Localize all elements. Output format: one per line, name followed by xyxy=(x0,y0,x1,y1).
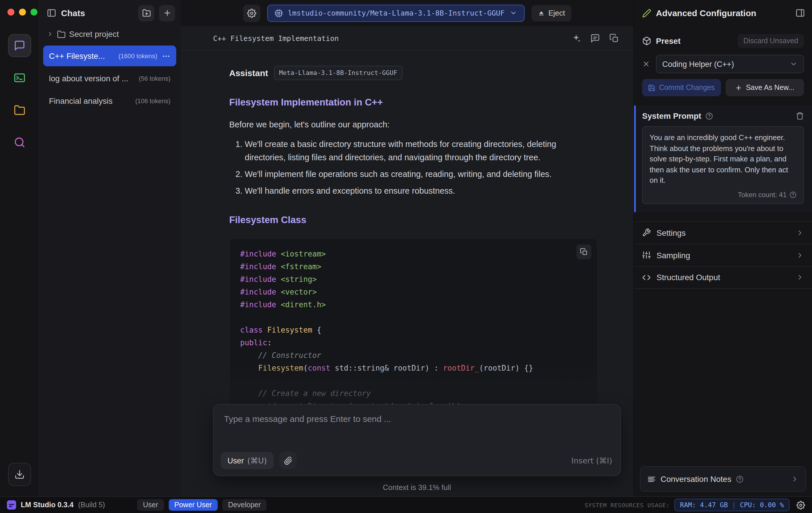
app-version: LM Studio 0.3.4 (Build 5) xyxy=(7,500,105,510)
eject-label: Eject xyxy=(548,9,565,17)
wand-button[interactable] xyxy=(571,33,581,43)
section-settings[interactable]: Settings xyxy=(634,221,812,244)
paperclip-icon xyxy=(284,456,293,465)
save-as-new-button[interactable]: Save As New... xyxy=(725,79,804,96)
minimize-window-button[interactable] xyxy=(19,9,26,16)
preset-section-header: Preset Discard Unsaved xyxy=(634,26,812,48)
preset-dropdown[interactable]: Coding Helper (C++) xyxy=(656,55,804,73)
duplicate-icon xyxy=(609,33,619,43)
close-window-button[interactable] xyxy=(7,9,14,16)
zoom-window-button[interactable] xyxy=(31,9,37,16)
assistant-message: Assistant Meta-Llama-3.1-8B-Instruct-GGU… xyxy=(229,66,598,422)
system-prompt-editor[interactable]: You are an incredibly good C++ engineer.… xyxy=(642,126,804,204)
pencil-icon xyxy=(642,8,651,18)
commit-changes-label: Commit Changes xyxy=(659,84,715,92)
message-heading-2: Filesystem Class xyxy=(229,213,598,227)
folder-icon xyxy=(57,30,66,38)
chat-notes-icon xyxy=(590,33,600,43)
chevron-down-icon xyxy=(789,60,798,68)
chat-token-count: (56 tokens) xyxy=(139,75,171,82)
attach-file-button[interactable] xyxy=(280,452,297,469)
section-structured-output[interactable]: Structured Output xyxy=(634,266,812,289)
help-icon xyxy=(736,475,744,483)
window-controls xyxy=(0,0,38,26)
message-list: We'll create a basic directory structure… xyxy=(229,138,598,198)
chat-title: log about version of ... xyxy=(49,74,128,83)
nav-my-models-button[interactable] xyxy=(8,99,31,122)
section-label: Structured Output xyxy=(657,273,790,282)
preset-select-row: Coding Helper (C++) xyxy=(634,48,812,73)
chat-notes-button[interactable] xyxy=(590,33,600,43)
wand-icon xyxy=(571,33,581,43)
model-badge: Meta-Llama-3.1-8B-Instruct-GGUF xyxy=(274,66,403,80)
message-list-item: We'll create a basic directory structure… xyxy=(245,138,598,164)
chevron-right-icon xyxy=(791,475,799,483)
message-list-item: We'll handle errors and exceptions to en… xyxy=(245,185,598,198)
eject-model-button[interactable]: Eject xyxy=(531,5,571,21)
clear-preset-button[interactable] xyxy=(642,60,650,68)
role-toggle-button[interactable]: User (⌘U) xyxy=(221,452,274,469)
app-window: Chats Secret project C++ Filesyste... ( xyxy=(0,0,812,513)
message-list-item: We'll implement file operations such as … xyxy=(245,168,598,181)
model-settings-button[interactable] xyxy=(243,4,260,22)
folder-secret-project[interactable]: Secret project xyxy=(38,26,181,42)
folder-label: Secret project xyxy=(69,29,119,38)
folder-icon xyxy=(13,104,25,116)
model-selector[interactable]: lmstudio-community/Meta-Llama-3.1-8B-Ins… xyxy=(267,4,525,22)
resources-usage-pill: RAM: 4.47 GB | CPU: 0.00 % xyxy=(674,498,789,511)
chevron-right-icon xyxy=(796,251,804,259)
assistant-role-label: Assistant xyxy=(229,66,268,80)
chat-title: C++ Filesyste... xyxy=(49,51,105,60)
help-icon[interactable] xyxy=(789,191,796,198)
chats-sidebar-header: Chats xyxy=(38,0,181,26)
nav-discover-button[interactable] xyxy=(8,131,31,154)
nav-developer-button[interactable] xyxy=(8,66,31,89)
new-folder-button[interactable] xyxy=(138,5,154,21)
model-toolbar: lmstudio-community/Meta-Llama-3.1-8B-Ins… xyxy=(181,0,634,26)
chat-panel: lmstudio-community/Meta-Llama-3.1-8B-Ins… xyxy=(181,0,634,496)
mode-developer[interactable]: Developer xyxy=(222,499,267,511)
trash-icon xyxy=(796,112,804,120)
insert-shortcut-label: Insert (⌘I) xyxy=(571,456,612,465)
token-count-label: Token count: 41 xyxy=(738,190,787,198)
message-input[interactable] xyxy=(214,405,620,445)
mode-power-user[interactable]: Power User xyxy=(169,499,218,511)
search-icon xyxy=(13,137,25,148)
help-icon[interactable] xyxy=(705,112,713,119)
eject-icon xyxy=(538,9,545,17)
chat-list-item-selected[interactable]: C++ Filesyste... (1600 tokens) xyxy=(43,46,176,66)
chat-title-heading: C++ Filesystem Implementation xyxy=(213,34,339,43)
conversation-notes-button[interactable]: Conversation Notes xyxy=(640,466,806,492)
section-sampling[interactable]: Sampling xyxy=(634,244,812,266)
lmstudio-logo xyxy=(7,500,16,510)
preset-label: Preset xyxy=(656,36,733,46)
downloads-button[interactable] xyxy=(8,463,31,486)
package-icon xyxy=(642,36,651,46)
download-icon xyxy=(14,469,25,480)
mode-user[interactable]: User xyxy=(137,499,164,511)
ram-usage: RAM: 4.47 GB xyxy=(680,501,728,509)
wrench-icon xyxy=(642,228,651,237)
more-icon[interactable] xyxy=(162,52,171,60)
role-shortcut: (⌘U) xyxy=(248,456,267,465)
commit-changes-button[interactable]: Commit Changes xyxy=(642,79,721,96)
settings-button[interactable] xyxy=(796,501,805,509)
chat-list-item[interactable]: Financial analysis (106 tokens) xyxy=(43,90,176,111)
config-sections: Settings Sampling Structured Output xyxy=(634,221,812,289)
chat-header: C++ Filesystem Implementation xyxy=(181,26,634,51)
duplicate-chat-button[interactable] xyxy=(609,33,619,43)
section-label: Settings xyxy=(657,228,790,237)
clear-system-prompt-button[interactable] xyxy=(796,112,804,120)
chevron-right-icon xyxy=(796,273,804,281)
user-mode-toggle: User Power User Developer xyxy=(137,499,266,511)
collapse-panel-button[interactable] xyxy=(795,8,805,18)
copy-code-button[interactable] xyxy=(577,244,591,259)
nav-chat-button[interactable] xyxy=(8,34,31,57)
message-paragraph: Before we begin, let's outline our appro… xyxy=(229,118,598,131)
discard-unsaved-button[interactable]: Discard Unsaved xyxy=(738,34,804,48)
chat-list: C++ Filesyste... (1600 tokens) log about… xyxy=(38,42,181,111)
copy-icon xyxy=(580,248,588,255)
chat-list-item[interactable]: log about version of ... (56 tokens) xyxy=(43,68,176,89)
new-chat-button[interactable] xyxy=(159,5,175,21)
conversation-notes-label: Conversation Notes xyxy=(661,475,731,484)
